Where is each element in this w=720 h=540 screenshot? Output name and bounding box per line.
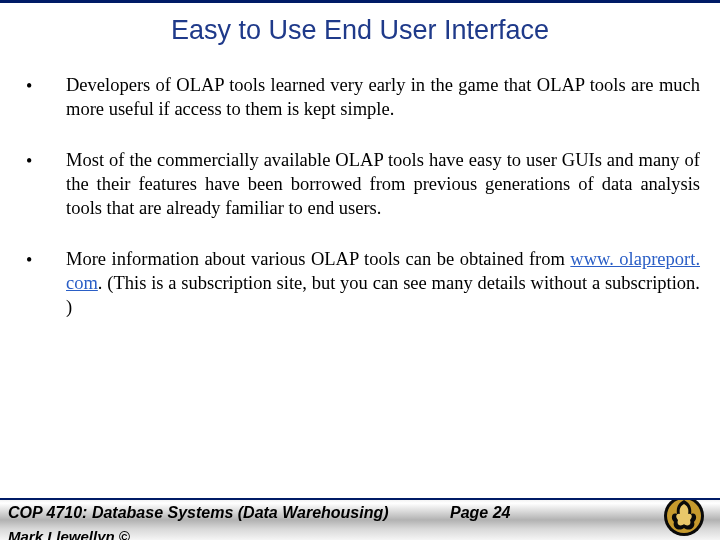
bullet-text: Most of the commercially available OLAP … [66,149,700,220]
bullet-text: Developers of OLAP tools learned very ea… [66,74,700,121]
slide: Easy to Use End User Interface • Develop… [0,0,720,540]
bullet-text-pre: More information about various OLAP tool… [66,249,570,269]
bullet-marker: • [20,74,66,121]
bullet-item: • More information about various OLAP to… [20,248,700,319]
slide-footer: COP 4710: Database Systems (Data Warehou… [0,498,720,540]
bullet-item: • Most of the commercially available OLA… [20,149,700,220]
bullet-text: More information about various OLAP tool… [66,248,700,319]
bullet-marker: • [20,248,66,319]
ucf-logo-icon [662,498,706,538]
footer-page: Page 24 [450,504,510,522]
bullet-item: • Developers of OLAP tools learned very … [20,74,700,121]
footer-author: Mark Llewellyn © [8,528,130,540]
bullet-marker: • [20,149,66,220]
bullet-text-post: . (This is a subscription site, but you … [66,273,700,317]
footer-course: COP 4710: Database Systems (Data Warehou… [0,500,389,522]
slide-title: Easy to Use End User Interface [0,3,720,74]
slide-body: • Developers of OLAP tools learned very … [0,74,720,319]
